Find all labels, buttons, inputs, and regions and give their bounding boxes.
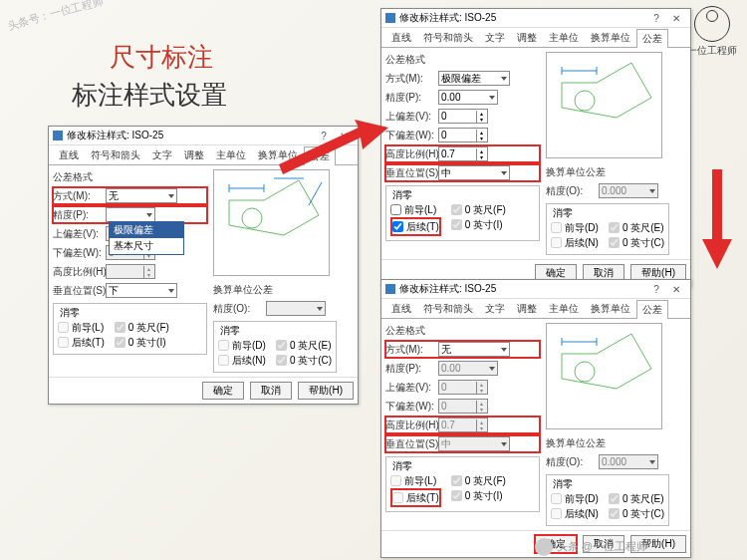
preview-1 (213, 169, 330, 276)
altprec-select[interactable]: 0.000 (599, 183, 658, 198)
method-select[interactable]: 无 (106, 188, 177, 203)
ft-check[interactable]: 0 英尺(F) (115, 320, 169, 335)
slide-title-1: 尺寸标注 (110, 40, 213, 75)
svg-point-1 (575, 91, 595, 111)
precision-select[interactable]: 0.00 (438, 90, 498, 105)
method-label: 方式(M): (53, 189, 103, 203)
lead2-check[interactable]: 前导(D) (218, 338, 266, 353)
elim-group-2: 消零 前导(D) 后续(N) 0 英尺(E) 0 英寸(C) (213, 321, 337, 373)
svg-point-2 (575, 362, 595, 382)
trail-check[interactable]: 后续(T) (390, 217, 441, 236)
trail2-check[interactable]: 后续(N) (218, 353, 266, 368)
scale-input[interactable]: 0.7▴▾ (438, 146, 488, 161)
format-group-label: 公差格式 (53, 170, 207, 184)
tab-primary[interactable]: 主单位 (210, 145, 252, 164)
vpos-label: 垂直位置(S): (53, 284, 103, 298)
dialog-3: 修改标注样式: ISO-25 ? ✕ 直线符号和箭头文字调整主单位换算单位公差 … (380, 279, 691, 558)
in2-check[interactable]: 0 英寸(C) (276, 353, 332, 368)
altprec-select[interactable] (266, 301, 326, 316)
trail-check[interactable]: 后续(T) (58, 335, 105, 350)
method-dropdown[interactable]: 极限偏差 基本尺寸 (109, 221, 184, 255)
vpos-select[interactable]: 中 (438, 436, 510, 451)
method-option-2[interactable]: 基本尺寸 (110, 238, 183, 254)
ok-button[interactable]: 确定 (202, 382, 244, 400)
tab-text[interactable]: 文字 (146, 145, 178, 164)
dialog-title: 修改标注样式: ISO-25 (67, 129, 314, 142)
elim-group-1: 消零 前导(L) 后续(T) 0 英尺(F) 0 英寸(I) (53, 303, 207, 355)
precision-select[interactable] (106, 207, 155, 222)
preview-2 (546, 52, 662, 158)
help-button[interactable]: ? (646, 13, 666, 24)
elim-group-1: 消零 前导(L) 后续(T) 0 英尺(F) 0 英寸(I) (385, 185, 540, 241)
preview-3 (546, 323, 662, 429)
dialog-2: 修改标注样式: ISO-25 ? ✕ 直线符号和箭头文字调整主单位换算单位公差 … (380, 8, 691, 287)
altprec-label: 精度(O): (213, 302, 263, 316)
app-icon (385, 13, 395, 23)
app-icon (53, 131, 63, 140)
altprec-select[interactable]: 0.000 (599, 454, 658, 469)
lead-check[interactable]: 前导(L) (58, 320, 105, 335)
arrow-down (702, 169, 732, 269)
elim-group-1: 消零 前导(L)后续(T) 0 英尺(F)0 英寸(I) (385, 456, 540, 512)
method-option-1[interactable]: 极限偏差 (110, 222, 183, 238)
arrow-right-1 (279, 120, 388, 179)
ft2-check[interactable]: 0 英尺(E) (276, 338, 332, 353)
dialog-title: 修改标注样式: ISO-25 (399, 11, 646, 25)
app-icon (385, 284, 395, 294)
scale-input[interactable]: ▴▾ (106, 264, 155, 279)
slide-title-2: 标注样式设置 (72, 78, 227, 113)
precision-label: 精度(P): (53, 208, 103, 222)
credit: 头条 @一位工程师 (535, 538, 647, 556)
scale-input[interactable]: 0.7▴▾ (438, 418, 488, 432)
in-check[interactable]: 0 英寸(I) (115, 335, 169, 350)
svg-point-0 (242, 208, 262, 228)
upper-input[interactable]: 0▴▾ (438, 380, 488, 395)
tab-fit[interactable]: 调整 (178, 145, 210, 164)
upper-label: 上偏差(V): (53, 227, 103, 241)
scale-label: 高度比例(H): (53, 265, 103, 279)
help-button-2[interactable]: 帮助(H) (298, 382, 354, 400)
author-logo: 一位工程师 (687, 6, 737, 58)
trail-check[interactable]: 后续(T) (390, 488, 441, 507)
cancel-button[interactable]: 取消 (250, 382, 292, 400)
vpos-select[interactable]: 中 (438, 165, 510, 180)
method-select[interactable]: 极限偏差 (438, 71, 510, 86)
elim-group-2: 消零 前导(D)后续(N) 0 英尺(E)0 英寸(C) (546, 474, 669, 526)
dialog-title: 修改标注样式: ISO-25 (399, 282, 646, 296)
precision-select[interactable]: 0.00 (438, 361, 498, 376)
tabs: 直线符号和箭头文字调整主单位换算单位公差 (381, 28, 690, 48)
svg-marker-3 (279, 120, 388, 174)
tab-lines[interactable]: 直线 (53, 145, 85, 164)
lower-input[interactable]: 0▴▾ (438, 128, 488, 142)
vpos-select[interactable]: 下 (106, 283, 177, 298)
watermark: 头条号：一位工程师 (6, 0, 106, 34)
tab-symbols[interactable]: 符号和箭头 (85, 145, 146, 164)
tabs: 直线符号和箭头文字调整主单位换算单位公差 (381, 299, 690, 319)
lower-input[interactable]: 0▴▾ (438, 399, 488, 414)
method-select[interactable]: 无 (438, 342, 510, 357)
upper-input[interactable]: 0▴▾ (438, 109, 488, 124)
close-button[interactable]: ✕ (666, 284, 686, 295)
close-button[interactable]: ✕ (666, 13, 686, 24)
svg-marker-4 (702, 169, 732, 269)
lower-label: 下偏差(W): (53, 246, 103, 260)
elim-group-2: 消零 前导(D)后续(N) 0 英尺(E)0 英寸(C) (546, 203, 669, 255)
help-button[interactable]: ? (646, 284, 666, 295)
alt-group-label: 换算单位公差 (213, 283, 337, 297)
